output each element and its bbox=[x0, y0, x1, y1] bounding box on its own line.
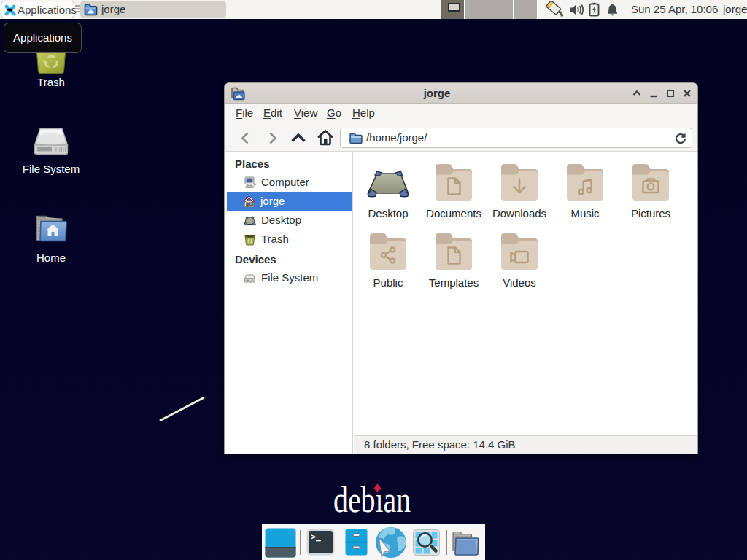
svg-text:>: > bbox=[311, 533, 316, 542]
